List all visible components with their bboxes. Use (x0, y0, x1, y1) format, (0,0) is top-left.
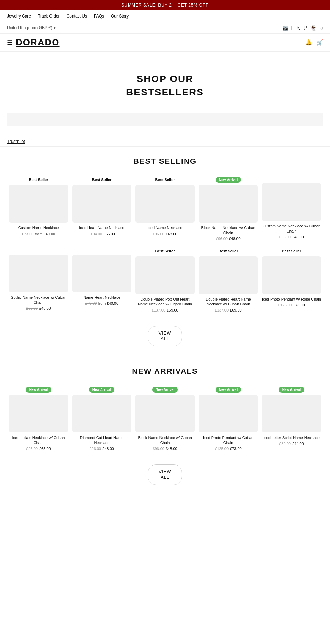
sale-price: £69.00 (167, 308, 178, 312)
product-image (262, 395, 321, 432)
product-image (135, 395, 195, 432)
product-image (199, 256, 258, 294)
twitter-icon[interactable]: 𝕏 (296, 25, 300, 31)
sale-price: £73.00 (293, 303, 305, 307)
pinterest-icon[interactable]: ℙ (304, 25, 307, 31)
trustpilot-bar: Trustpilot (0, 133, 330, 147)
new-arrival-badge: New Arrival (152, 387, 178, 393)
bestselling-view-all-button[interactable]: VIEWALL (148, 326, 182, 347)
bestselling-title: BEST SELLING (0, 147, 330, 169)
product-price: £89.00£44.00 (262, 442, 321, 446)
product-card[interactable]: New Arrival Block Name Necklace w/ Cuban… (197, 173, 260, 244)
product-image (72, 185, 131, 223)
original-price: £96.00 (153, 447, 164, 451)
nav-track-order[interactable]: Track Order (38, 14, 60, 19)
currency-label: United Kingdom (GBP £) (7, 25, 52, 30)
new-arrival-badge: New Arrival (216, 177, 241, 183)
product-image (9, 395, 68, 432)
product-name: Double Plated Heart Name Necklace w/ Cub… (199, 297, 258, 307)
instagram-icon[interactable]: 📷 (282, 25, 288, 31)
facebook-icon[interactable]: f (292, 25, 293, 31)
original-price: £96.00 (279, 235, 291, 239)
sale-price: £44.00 (292, 442, 304, 446)
nav-jewelry-care[interactable]: Jewelry Care (7, 14, 31, 19)
product-price: £96.00£48.00 (262, 235, 321, 239)
product-image (262, 256, 321, 294)
top-bar: United Kingdom (GBP £) ▾ 📷 f 𝕏 ℙ 👻 ♫ (0, 22, 330, 34)
sale-price: £48.00 (39, 306, 51, 310)
product-card[interactable]: Best Seller Iced Heart Name Necklace £10… (70, 173, 133, 244)
bestselling-view-all-container: VIEWALL (0, 319, 330, 357)
new-arrivals-grid: New Arrival Iced Initials Necklace w/ Cu… (0, 379, 330, 457)
hero-title: SHOP OUR BESTSELLERS (7, 72, 323, 99)
nav-faqs[interactable]: FAQs (94, 14, 104, 19)
product-name: Name Heart Necklace (72, 295, 131, 300)
snapchat-icon[interactable]: 👻 (310, 25, 316, 31)
product-card[interactable]: New Arrival Diamond Cut Heart Name Neckl… (70, 383, 133, 454)
product-price: £73.00from £40.00 (72, 301, 131, 305)
new-arrival-badge: New Arrival (89, 387, 115, 393)
product-price: £125.00£73.00 (199, 447, 258, 451)
product-image (9, 255, 68, 292)
currency-selector[interactable]: United Kingdom (GBP £) ▾ (7, 25, 56, 30)
original-price: £137.00 (215, 308, 229, 312)
product-card[interactable]: Custom Name Necklace w/ Cuban Chain £96.… (260, 173, 323, 244)
sale-price: £56.00 (103, 232, 115, 236)
product-card[interactable]: New Arrival Block Name Necklace w/ Cuban… (133, 383, 197, 454)
sale-price: £40.00 (107, 301, 119, 305)
top-banner: SUMMER SALE: BUY 2+, GET 25% OFF (0, 0, 330, 10)
product-name: Gothic Name Necklace w/ Cuban Chain (9, 295, 68, 305)
product-card[interactable]: Best Seller Double Plated Heart Name Nec… (197, 244, 260, 316)
product-card[interactable]: Best Seller Iced Photo Pendant w/ Rope C… (260, 244, 323, 316)
product-price: £125.00£73.00 (262, 303, 321, 307)
bell-icon[interactable]: 🔔 (305, 39, 312, 46)
original-price: £89.00 (279, 442, 291, 446)
new-arrivals-view-all-button[interactable]: VIEWALL (148, 464, 182, 485)
product-name: Iced Heart Name Necklace (72, 225, 131, 230)
product-image (72, 395, 131, 432)
bestselling-grid: Best Seller Custom Name Necklace £73.00f… (0, 169, 330, 319)
nav-contact-us[interactable]: Contact Us (67, 14, 87, 19)
bestseller-badge: Best Seller (153, 248, 178, 254)
sale-price: £48.00 (166, 232, 177, 236)
product-card[interactable]: Best Seller Double Plated Pop Out Heart … (133, 244, 197, 316)
bestseller-badge: Best Seller (89, 177, 114, 183)
product-card[interactable]: Best Seller Iced Name Necklace £96.00£48… (133, 173, 197, 244)
hero-line1: SHOP OUR (137, 74, 194, 84)
social-icons: 📷 f 𝕏 ℙ 👻 ♫ (282, 25, 323, 31)
product-name: Custom Name Necklace w/ Cuban Chain (262, 224, 321, 234)
product-price: £96.00£48.00 (199, 237, 258, 241)
product-price: £96.00£65.00 (9, 447, 68, 451)
product-image (72, 255, 131, 292)
product-card[interactable]: Name Heart Necklace £73.00from £40.00 (70, 244, 133, 316)
bestseller-badge: Best Seller (153, 177, 178, 183)
product-price: £73.00from £40.00 (9, 232, 68, 236)
product-card[interactable]: New Arrival Iced Initials Necklace w/ Cu… (7, 383, 70, 454)
product-card[interactable]: New Arrival Iced Letter Script Name Neck… (260, 383, 323, 454)
product-image (135, 256, 195, 294)
product-name: Diamond Cut Heart Name Necklace (72, 435, 131, 445)
tiktok-icon[interactable]: ♫ (320, 25, 323, 31)
new-arrival-badge: New Arrival (279, 387, 305, 393)
product-card[interactable]: New Arrival Iced Photo Pendant w/ Cuban … (197, 383, 260, 454)
product-image (262, 183, 321, 221)
product-name: Block Name Necklace w/ Cuban Chain (135, 435, 195, 445)
logo[interactable]: DORADO (16, 37, 60, 48)
product-image (135, 185, 195, 223)
product-price: £96.00£48.00 (135, 447, 195, 451)
cart-icon[interactable]: 🛒 (316, 39, 323, 46)
product-card[interactable]: Best Seller Custom Name Necklace £73.00f… (7, 173, 70, 244)
new-arrival-badge: New Arrival (216, 387, 241, 393)
product-card[interactable]: Gothic Name Necklace w/ Cuban Chain £96.… (7, 244, 70, 316)
trustpilot-link[interactable]: Trustpilot (7, 139, 25, 144)
product-name: Custom Name Necklace (9, 225, 68, 230)
sale-price: £65.00 (39, 447, 51, 451)
hamburger-menu[interactable]: ☰ (7, 39, 12, 46)
original-price: £96.00 (89, 447, 101, 451)
hero-section: SHOP OUR BESTSELLERS (0, 52, 330, 106)
product-name: Iced Photo Pendant w/ Cuban Chain (199, 435, 258, 445)
original-price: £96.00 (153, 232, 164, 236)
nav-our-story[interactable]: Our Story (111, 14, 129, 19)
original-price: £73.00 (22, 232, 34, 236)
product-image (199, 395, 258, 432)
